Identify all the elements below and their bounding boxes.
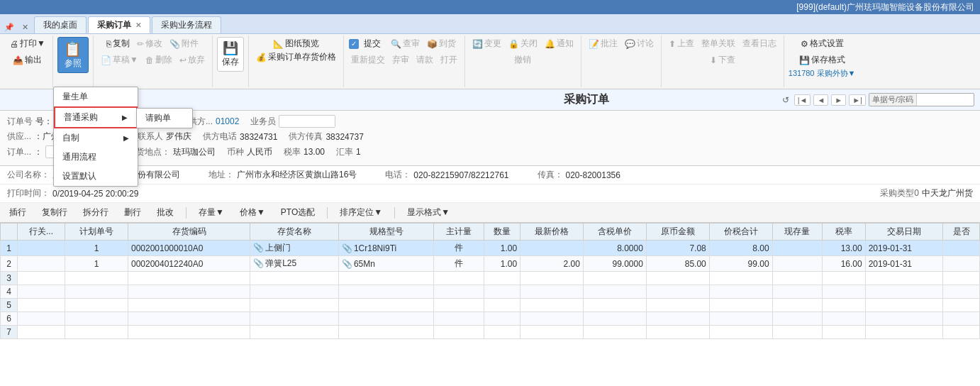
modify-button[interactable]: ✏ 修改 [134,37,165,50]
row-num: 3 [1,272,18,285]
whole-link-button[interactable]: 整单关联 [698,37,738,50]
edit-group: ⎘ 复制 ✏ 修改 📎 附件 📄 草稿▼ 🗑 删除 ↩ 放 [94,35,213,87]
prev-button[interactable]: ⬆ 上查 [666,37,697,50]
attachment-button[interactable]: 📎 附件 [167,37,201,50]
open-button[interactable]: 打开 [438,53,460,67]
close-btn[interactable]: 🔒 关闭 [506,37,540,50]
display-button[interactable]: 显示格式▼ [402,205,455,220]
reference-icon: 📋 [64,40,82,57]
self-made-item[interactable]: 自制 ▶ [54,128,138,148]
current-stock [772,256,822,272]
format-setting-button[interactable]: ⚙ 格式设置 [798,37,847,50]
change-icon: 🔄 [472,39,483,49]
request-payment-button[interactable]: 请款 [413,53,436,67]
abandon-button[interactable]: ↩ 放弃 [177,53,208,67]
currency-field: 币种 人民币 [227,146,272,158]
business-label: 业务员 [250,116,276,128]
print-icon: 🖨 [10,39,18,49]
next-button[interactable]: ⬇ 下查 [707,53,738,67]
copy-row-button[interactable]: 复制行 [37,205,72,220]
attachment-icon: 📎 [169,39,180,49]
annotate-button[interactable]: 📝 批注 [586,37,620,50]
submit-button[interactable]: 提交 [361,37,384,50]
empty-cell [772,272,822,285]
check-log-button[interactable]: 查看日志 [740,37,779,50]
notify-button[interactable]: 🔔 通知 [542,37,577,50]
store-price-button[interactable]: 💰 采购订单存货价格 [253,50,339,64]
first-page-btn[interactable]: |◄ [794,94,811,106]
stock-button[interactable]: 存量▼ [194,205,229,220]
supplier-fax-label: 供方传真 [289,131,323,143]
copy-button[interactable]: ⎘ 复制 [104,37,133,50]
delete-row-button[interactable]: 删行 [119,205,146,220]
orig-amt: 85.00 [646,256,709,272]
empty-cell [520,326,584,339]
save-button[interactable]: 💾 保存 [217,37,244,72]
format-code[interactable]: 131780 采购外协▼ [789,68,856,79]
print-group: 🖨 打印▼ 📤 输出 [3,35,53,87]
review-button[interactable]: 🔍 查审 [388,37,423,50]
last-page-btn[interactable]: ►| [849,94,866,106]
empty-cell [250,299,339,312]
print-button[interactable]: 🖨 打印▼ [7,37,48,50]
empty-cell [484,285,520,299]
search-input[interactable] [917,95,974,105]
cancel-button[interactable]: 撤销 [511,53,534,67]
bulk-create-item[interactable]: 量生单 [54,87,138,106]
spec: 📎65Mn [338,256,434,272]
close-button[interactable]: ✕ [18,21,31,33]
save-format-button[interactable]: 💾 保存格式 [796,53,848,67]
arrive-button[interactable]: 📦 到货 [424,37,459,50]
qty: 1.00 [484,256,520,272]
approve-button[interactable]: 批改 [152,205,179,220]
refresh-icon[interactable]: ↺ [780,94,791,106]
discuss-button[interactable]: 💬 讨论 [622,37,657,50]
empty-cell [338,312,434,326]
table-row[interactable]: 1 1 0002001000010A0 📎上侧门 📎1Cr18Ni9Ti 件 1… [1,241,980,256]
empty-cell [520,272,584,285]
export-button[interactable]: 📤 输出 [10,53,45,67]
order-num-label: 订单号 [7,116,33,128]
delete-button[interactable]: 🗑 删除 [143,53,175,67]
abandon-review-button[interactable]: 弃审 [389,53,412,67]
top-bar: [999](default)广州珐玛珈智能设备股份有限公司 [0,0,980,14]
business-input[interactable] [279,115,335,128]
resubmit-button[interactable]: 重新提交 [348,53,388,67]
set-default-item[interactable]: 设置默认 [54,167,138,186]
normal-purchase-item[interactable]: 普通采购 ▶ 请购单 [54,106,138,128]
empty-cell [65,285,128,299]
tab-purchase-order-close[interactable]: ✕ [135,21,141,29]
supplier-code-value[interactable]: 01002 [216,116,239,126]
pin-button[interactable]: 📌 [3,21,16,33]
address-value: 广州市永和经济区黄旗山路16号 [237,169,357,181]
purchase-request-item[interactable]: 请购单 [137,109,192,128]
save-group: 💾 保存 [213,35,249,87]
tab-desktop[interactable]: 我的桌面 [34,16,87,33]
tab-purchase-flow-label: 采购业务流程 [161,19,212,31]
sort-button[interactable]: 排序定位▼ [335,205,387,220]
empty-cell [583,312,646,326]
change-button[interactable]: 🔄 变更 [469,37,504,50]
draft-button[interactable]: 📄 草稿▼ [98,53,141,67]
print-time-value: 0/2019-04-25 20:00:29 [52,189,138,199]
delivery-field: 交货地点： 珐玛珈公司 [128,146,216,158]
common-flow-item[interactable]: 通用流程 [54,148,138,167]
tab-purchase-order[interactable]: 采购订单 ✕ [88,16,150,33]
pto-button[interactable]: PTO选配 [276,205,320,220]
reference-button[interactable]: 📋 参照 [57,37,89,73]
split-row-button[interactable]: 拆分行 [78,205,113,220]
supplier-label: 供应... [7,131,31,143]
price-button[interactable]: 价格▼ [235,205,270,220]
address-label: 地址： [208,169,234,181]
th-latest-price: 最新价格 [520,224,584,241]
empty-cell [709,285,772,299]
table-row[interactable]: 2 1 0002004012240A0 📎弹簧L25 📎65Mn 件 1.00 … [1,256,980,272]
next-record-btn[interactable]: ► [831,94,846,106]
purchase-type2-value: 中天龙广州货 [922,187,973,199]
format-group: ⚙ 格式设置 💾 保存格式 131780 采购外协▼ [784,35,860,87]
insert-row-button[interactable]: 插行 [4,205,31,220]
prev-record-btn[interactable]: ◄ [813,94,828,106]
tax-rate: 13.00 [822,241,865,256]
tab-purchase-flow[interactable]: 采购业务流程 [152,16,221,33]
blueprint-button[interactable]: 📐 图纸预览 [270,37,322,50]
